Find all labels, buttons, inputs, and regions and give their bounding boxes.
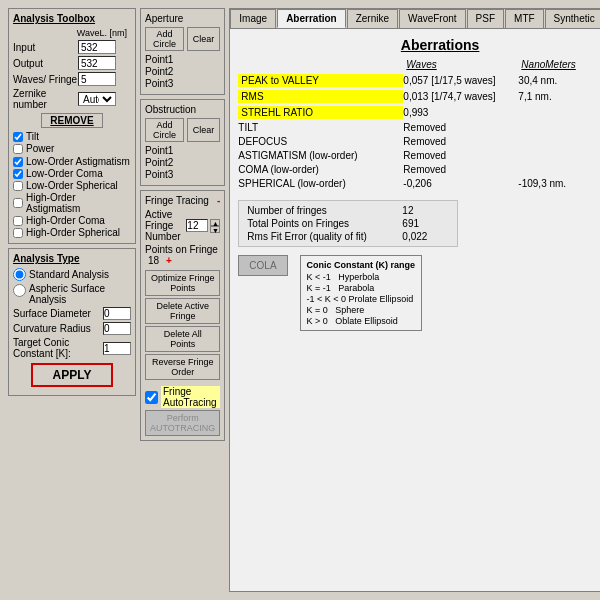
apply-button[interactable]: APPLY xyxy=(31,363,114,387)
total-points-val: 691 xyxy=(402,218,419,229)
zernike-label: Zernike number xyxy=(13,88,78,110)
tab-wavefront[interactable]: WaveFront xyxy=(399,9,466,28)
fringe-up-btn[interactable]: ▲ xyxy=(210,219,220,226)
tab-zernike[interactable]: Zernike xyxy=(347,9,398,28)
ptv-waves: 0,057 [1/17,5 waves] xyxy=(403,75,518,86)
lo-astig-checkbox[interactable] xyxy=(13,157,23,167)
aspheric-radio[interactable] xyxy=(13,284,26,297)
tab-mtf[interactable]: MTF xyxy=(505,9,544,28)
tilt-ab-name: TILT xyxy=(238,122,403,133)
stats-box: Number of fringes 12 Total Points on Fri… xyxy=(238,200,458,247)
autotracing-checkbox[interactable] xyxy=(145,391,158,404)
hi-astig-checkbox[interactable] xyxy=(13,198,23,208)
plus-icon[interactable]: + xyxy=(166,255,172,266)
tab-bar: Image Aberration Zernike WaveFront PSF M… xyxy=(230,9,600,29)
defocus-name: DEFOCUS xyxy=(238,136,403,147)
hi-sphere-checkbox[interactable] xyxy=(13,228,23,238)
lo-coma-checkbox[interactable] xyxy=(13,169,23,179)
perform-autotracing-btn[interactable]: Perform AUTOTRACING xyxy=(145,410,220,436)
obstruction-point2: Point2 xyxy=(145,157,220,168)
num-fringes-label: Number of fringes xyxy=(247,205,402,216)
spherical-name: SPHERICAL (low-order) xyxy=(238,178,403,189)
standard-label: Standard Analysis xyxy=(29,269,109,280)
lo-astig-label: Low-Order Astigmatism xyxy=(26,156,130,167)
output-field[interactable] xyxy=(78,56,116,70)
curvature-radius-label: Curvature Radius xyxy=(13,323,103,334)
astig-val: Removed xyxy=(403,150,446,161)
active-fringe-input[interactable] xyxy=(186,219,208,232)
rms-name: RMS xyxy=(238,90,403,103)
total-points-label: Total Points on Fringes xyxy=(247,218,402,229)
target-conic-field[interactable] xyxy=(103,342,131,355)
remove-button[interactable]: REMOVE xyxy=(41,113,102,128)
waves-header: Waves xyxy=(406,59,521,70)
aperture-box: Aperture Add Circle Clear Point1 Point2 … xyxy=(140,8,225,95)
surface-diameter-field[interactable] xyxy=(103,307,131,320)
obstruction-box: Obstruction Add Circle Clear Point1 Poin… xyxy=(140,99,225,186)
defocus-val: Removed xyxy=(403,136,446,147)
delete-all-btn[interactable]: Delete All Points xyxy=(145,326,220,352)
toolbox-title: Analysis Toolbox xyxy=(13,13,131,24)
nm-header: NanoMeters xyxy=(521,59,575,70)
aperture-point1: Point1 xyxy=(145,54,220,65)
aspheric-label: Aspheric Surface Analysis xyxy=(29,283,131,305)
aperture-title: Aperture xyxy=(145,13,220,24)
obstruction-title: Obstruction xyxy=(145,104,220,115)
ptv-name: PEAK to VALLEY xyxy=(238,74,403,87)
conic-constant-box: Conic Constant (K) range K < -1 Hyperbol… xyxy=(300,255,423,331)
fringe-minus-btn[interactable]: - xyxy=(217,195,220,206)
tab-synthetic[interactable]: Synthetic xyxy=(545,9,600,28)
ptv-nm: 30,4 nm. xyxy=(518,75,557,86)
aperture-add-circle-btn[interactable]: Add Circle xyxy=(145,27,184,51)
points-on-fringe-label: Points on Fringe 18 + xyxy=(145,244,220,266)
power-label: Power xyxy=(26,143,54,154)
fringe-down-btn[interactable]: ▼ xyxy=(210,226,220,233)
coma-name: COMA (low-order) xyxy=(238,164,403,175)
lo-sphere-label: Low-Order Spherical xyxy=(26,180,118,191)
hi-coma-checkbox[interactable] xyxy=(13,216,23,226)
aperture-clear-btn[interactable]: Clear xyxy=(187,27,221,51)
obstruction-add-circle-btn[interactable]: Add Circle xyxy=(145,118,184,142)
standard-radio[interactable] xyxy=(13,268,26,281)
target-conic-label: Target Conic Constant [K]: xyxy=(13,337,103,359)
conic-title: Conic Constant (K) range xyxy=(307,260,416,270)
input-field[interactable] xyxy=(78,40,116,54)
hi-coma-label: High-Order Coma xyxy=(26,215,105,226)
tab-psf[interactable]: PSF xyxy=(467,9,504,28)
strehl-waves: 0,993 xyxy=(403,107,518,118)
hi-astig-label: High-Order Astigmatism xyxy=(26,192,131,214)
rms-fit-label: Rms Fit Error (quality of fit) xyxy=(247,231,402,242)
cola-button[interactable]: COLA xyxy=(238,255,287,276)
ab-row-coma: COMA (low-order) Removed xyxy=(238,164,600,175)
hi-sphere-label: High-Order Spherical xyxy=(26,227,120,238)
coma-val: Removed xyxy=(403,164,446,175)
ab-row-strehl: STREHL RATIO 0,993 xyxy=(238,106,600,119)
conic-row-3: K = 0 Sphere xyxy=(307,305,416,315)
tilt-checkbox[interactable] xyxy=(13,132,23,142)
tab-aberration[interactable]: Aberration xyxy=(277,9,346,28)
cola-conic-row: COLA Conic Constant (K) range K < -1 Hyp… xyxy=(238,255,600,331)
obstruction-point1: Point1 xyxy=(145,145,220,156)
delete-active-btn[interactable]: Delete Active Fringe xyxy=(145,298,220,324)
waves-fringe-field[interactable] xyxy=(78,72,116,86)
autotracing-label: Fringe AutoTracing xyxy=(161,386,220,408)
input-label: Input xyxy=(13,42,78,53)
obstruction-clear-btn[interactable]: Clear xyxy=(187,118,221,142)
conic-row-4: K > 0 Oblate Ellipsoid xyxy=(307,316,416,326)
rms-nm: 7,1 nm. xyxy=(518,91,551,102)
optimize-fringe-btn[interactable]: Optimize Fringe Points xyxy=(145,270,220,296)
waves-fringe-label: Waves/ Fringe xyxy=(13,74,78,85)
power-checkbox[interactable] xyxy=(13,144,23,154)
lo-sphere-checkbox[interactable] xyxy=(13,181,23,191)
analysis-toolbox: Analysis Toolbox WaveL. [nm] Input Outpu… xyxy=(8,8,136,244)
analysis-type-box: Analysis Type Standard Analysis Aspheric… xyxy=(8,248,136,396)
tab-image[interactable]: Image xyxy=(230,9,276,28)
aperture-point3: Point3 xyxy=(145,78,220,89)
output-label: Output xyxy=(13,58,78,69)
num-fringes-val: 12 xyxy=(402,205,413,216)
reverse-fringe-btn[interactable]: Reverse Fringe Order xyxy=(145,354,220,380)
zernike-select[interactable]: Auto xyxy=(78,92,116,106)
ab-row-tilt: TILT Removed xyxy=(238,122,600,133)
curvature-radius-field[interactable] xyxy=(103,322,131,335)
obstruction-point3: Point3 xyxy=(145,169,220,180)
